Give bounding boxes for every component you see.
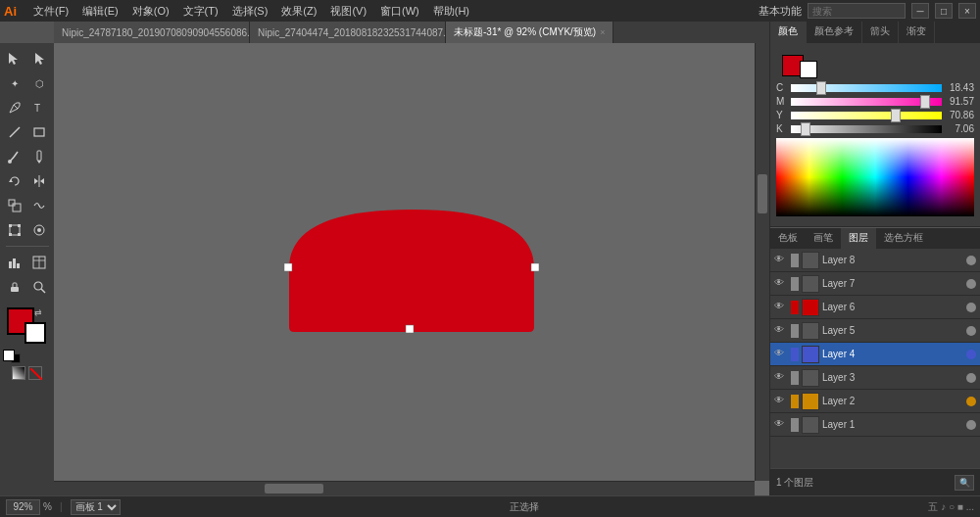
symbol-tool[interactable] (27, 218, 51, 242)
layer-4-thumb (802, 346, 819, 363)
slider-m[interactable] (791, 98, 942, 106)
tab-color-reference[interactable]: 颜色参考 (807, 22, 862, 43)
zoom-percent: % (43, 501, 52, 512)
layer-row-4[interactable]: 👁 Layer 4 (770, 343, 980, 366)
svg-text:T: T (34, 103, 40, 114)
horizontal-scroll-thumb[interactable] (265, 484, 323, 494)
maximize-button[interactable]: □ (935, 3, 953, 19)
layers-search-button[interactable]: 🔍 (955, 475, 974, 491)
layer-5-visibility-icon[interactable]: 👁 (774, 324, 788, 338)
vertical-scrollbar[interactable] (755, 43, 769, 481)
line-tool[interactable] (3, 120, 26, 144)
menu-window[interactable]: 窗口(W) (373, 2, 426, 21)
label-c: C (776, 82, 788, 93)
layer-row-6[interactable]: 👁 Layer 6 (770, 296, 980, 319)
rotate-tool[interactable] (3, 169, 26, 193)
type-tool[interactable]: T (27, 96, 51, 119)
menu-edit[interactable]: 编辑(E) (75, 2, 125, 21)
lasso-tool[interactable]: ⬡ (27, 71, 51, 95)
panel-background-swatch[interactable] (800, 61, 817, 78)
zoom-tool[interactable] (27, 275, 51, 299)
menu-type[interactable]: 文字(T) (176, 2, 225, 21)
artboard-select[interactable]: 画板 1 (71, 499, 121, 515)
red-semicircle-wrapper[interactable] (284, 200, 539, 339)
menu-select[interactable]: 选择(S) (225, 2, 275, 21)
status-right-info: 五 ♪ ○ ■ ... (928, 500, 974, 514)
rect-tool[interactable] (27, 120, 51, 144)
tab-2[interactable]: 未标题-31* @ 92% (CMYK/预览) × (446, 22, 613, 43)
swap-colors-icon[interactable]: ⇄ (34, 307, 42, 317)
zoom-input[interactable] (6, 499, 40, 515)
magic-wand-tool[interactable]: ✦ (3, 71, 26, 95)
layer-1-visibility-icon[interactable]: 👁 (774, 418, 788, 432)
menu-effect[interactable]: 效果(Z) (274, 2, 323, 21)
anchor-right (531, 263, 539, 271)
label-k: K (776, 123, 788, 134)
tab-brushes[interactable]: 画笔 (806, 228, 841, 249)
tab-layers[interactable]: 图层 (841, 228, 876, 249)
pencil-tool[interactable] (27, 145, 51, 168)
slider-k[interactable] (791, 125, 942, 133)
tab-1[interactable]: Nipic_27404474_20180818232531744087.ai* … (250, 22, 446, 43)
search-input[interactable] (808, 3, 906, 19)
menu-view[interactable]: 视图(V) (323, 2, 373, 21)
canvas-area[interactable] (54, 43, 769, 495)
tab-0[interactable]: Nipic_24787180_20190708090904556086.ai* … (54, 22, 250, 43)
red-semicircle-shape[interactable] (284, 200, 539, 337)
vertical-scroll-thumb[interactable] (758, 174, 767, 213)
direct-selection-tool[interactable] (27, 47, 51, 70)
color-panel-content: C 18.43 M 91.57 Y 70.86 K (770, 43, 980, 226)
layer-row-2[interactable]: 👁 Layer 2 (770, 390, 980, 413)
free-transform-tool[interactable] (3, 218, 26, 242)
gradient-swatch[interactable] (12, 366, 25, 380)
scale-tool[interactable] (3, 194, 26, 217)
layer-2-dot (966, 397, 976, 406)
slider-c[interactable] (791, 84, 942, 92)
color-swatch-row (776, 49, 974, 82)
layer-3-visibility-icon[interactable]: 👁 (774, 371, 788, 385)
layer-6-visibility-icon[interactable]: 👁 (774, 301, 788, 314)
layer-row-5[interactable]: 👁 Layer 5 (770, 319, 980, 343)
svg-rect-4 (34, 128, 44, 136)
close-button[interactable]: × (958, 3, 976, 19)
warp-tool[interactable] (27, 194, 51, 217)
eraser-tool[interactable] (3, 275, 26, 299)
layer-row-8[interactable]: 👁 Layer 8 (770, 249, 980, 272)
color-panel-tabs: 颜色 颜色参考 箭头 渐变 (770, 22, 980, 43)
slider-y[interactable] (791, 112, 942, 119)
menu-help[interactable]: 帮助(H) (426, 2, 476, 21)
menu-object[interactable]: 对象(O) (125, 2, 176, 21)
workspace-label: 基本功能 (759, 4, 802, 19)
svg-point-17 (37, 228, 41, 232)
none-swatch[interactable] (28, 366, 42, 380)
anchor-bottom (406, 325, 414, 333)
reflect-tool[interactable] (27, 169, 51, 193)
layer-count: 1 个图层 (776, 476, 955, 490)
tab-arrows[interactable]: 箭头 (862, 22, 899, 43)
layer-7-visibility-icon[interactable]: 👁 (774, 277, 788, 291)
color-spectrum[interactable] (776, 138, 974, 216)
background-color-swatch[interactable] (24, 322, 46, 344)
menu-file[interactable]: 文件(F) (26, 2, 75, 21)
foreground-color-reset[interactable] (3, 350, 15, 361)
layer-7-dot (966, 279, 976, 289)
column-graph-tool[interactable] (3, 251, 26, 274)
layer-row-1[interactable]: 👁 Layer 1 (770, 413, 980, 437)
selection-tool[interactable] (3, 47, 26, 70)
horizontal-scrollbar[interactable] (54, 481, 755, 495)
layer-row-7[interactable]: 👁 Layer 7 (770, 272, 980, 296)
tab-gradient[interactable]: 渐变 (899, 22, 935, 43)
layers-panel: 👁 Layer 8 👁 Layer 7 👁 Layer 6 (770, 249, 980, 495)
minimize-button[interactable]: ─ (911, 3, 929, 19)
paintbrush-tool[interactable] (3, 145, 26, 168)
layer-4-visibility-icon[interactable]: 👁 (774, 348, 788, 361)
tab-swatches[interactable]: 色板 (770, 228, 806, 249)
layer-2-visibility-icon[interactable]: 👁 (774, 395, 788, 408)
layer-8-visibility-icon[interactable]: 👁 (774, 254, 788, 267)
slice-tool[interactable] (27, 251, 51, 274)
pen-tool[interactable] (3, 96, 26, 119)
tab-color[interactable]: 颜色 (770, 22, 807, 43)
tab-color-guide[interactable]: 选色方框 (876, 228, 931, 249)
layer-row-3[interactable]: 👁 Layer 3 (770, 366, 980, 390)
tab-2-close[interactable]: × (600, 27, 605, 37)
